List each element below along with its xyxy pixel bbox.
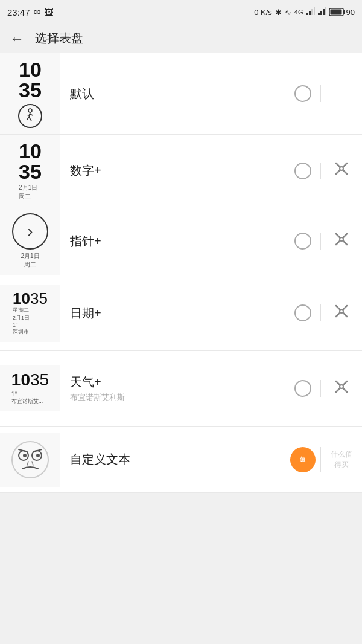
date-time-row: 10 35 <box>13 291 48 306</box>
page-title: 选择表盘 <box>35 30 83 47</box>
weather-time-row: 10 35 <box>11 372 49 388</box>
analog-watch-face: › <box>12 213 48 250</box>
svg-point-32 <box>23 454 27 457</box>
dp-hours: 10 <box>19 141 42 161</box>
weather-minutes: 35 <box>30 372 49 388</box>
status-bar: 23:47 ∞ 🖼 0 K/s ✱ ∿ 4G <box>0 0 362 24</box>
preview-default: 10 35 <box>0 53 60 134</box>
radio-weather-plus[interactable] <box>285 380 321 397</box>
back-button[interactable]: ← <box>10 31 24 46</box>
infinity-icon: ∞ <box>34 6 41 18</box>
date-date: 2月1日 <box>13 314 30 322</box>
watch-item-custom-text[interactable]: 自定义文本 值 什么值得买 <box>0 427 362 493</box>
date-temp: 1° <box>13 322 18 328</box>
svg-point-33 <box>36 454 40 457</box>
settings-area-date-plus[interactable] <box>321 303 362 324</box>
toolbar: ← 选择表盘 <box>0 24 362 53</box>
svg-point-19 <box>340 167 343 170</box>
watch-info-default: 默认 <box>60 86 285 102</box>
settings-icon-digital-plus[interactable] <box>333 160 350 181</box>
signal-icon1 <box>306 7 315 17</box>
settings-area-custom: 什么值得买 <box>321 449 362 470</box>
watch-name-custom-text: 自定义文本 <box>70 451 275 468</box>
watch-item-weather-plus[interactable]: 10 35 1° 布宜诺斯艾... 天气+ 布宜诺斯艾利斯 <box>0 351 362 427</box>
radio-digital-plus[interactable] <box>285 163 321 179</box>
svg-line-13 <box>27 117 29 120</box>
svg-rect-7 <box>325 7 326 15</box>
svg-line-37 <box>32 462 33 465</box>
watermark-text: 值 <box>300 456 305 463</box>
time-display: 23:47 <box>7 7 30 18</box>
radio-circle-weather-plus[interactable] <box>294 380 311 397</box>
watch-item-date-plus[interactable]: 10 35 星期二 2月1日 1° 深圳市 日期+ <box>0 275 362 351</box>
custom-face <box>9 439 51 481</box>
settings-area-digital-plus[interactable] <box>321 160 362 181</box>
preview-weather-plus: 10 35 1° 布宜诺斯艾... <box>0 365 60 411</box>
radio-date-plus[interactable] <box>285 304 321 321</box>
battery-display: 90 <box>329 8 355 17</box>
watch-info-date-plus: 日期+ <box>60 305 285 321</box>
watch-info-custom-text: 自定义文本 <box>60 451 285 468</box>
bluetooth-icon: ✱ <box>275 8 282 17</box>
watch-name-weather-plus: 天气+ <box>70 374 275 390</box>
svg-line-16 <box>30 114 33 115</box>
watch-item-analog-plus[interactable]: › 2月1日 周二 指针+ <box>0 207 362 275</box>
weather-city: 布宜诺斯艾... <box>11 398 49 405</box>
svg-rect-1 <box>309 11 311 15</box>
watch-face-list: 10 35 默认 <box>0 53 362 493</box>
svg-rect-0 <box>306 13 308 15</box>
weather-temp: 1° <box>11 391 49 398</box>
svg-point-11 <box>28 109 32 112</box>
svg-rect-10 <box>330 10 341 15</box>
date-minutes: 35 <box>30 291 48 306</box>
preview-custom-text <box>0 433 60 487</box>
image-icon: 🖼 <box>45 7 54 18</box>
radio-custom-text[interactable]: 值 <box>285 447 321 472</box>
radio-default[interactable] <box>285 85 321 102</box>
svg-point-28 <box>340 385 343 388</box>
digital-face-2: 10 35 2月1日 周二 <box>19 141 42 201</box>
dp-weekday: 周二 <box>19 192 31 201</box>
radio-circle-digital-plus[interactable] <box>294 163 311 179</box>
svg-line-36 <box>27 462 28 465</box>
analog-face-container: › 2月1日 周二 <box>12 213 48 269</box>
preview-analog-plus: › 2月1日 周二 <box>0 207 60 275</box>
svg-rect-9 <box>343 10 345 14</box>
watch-name-date-plus: 日期+ <box>70 305 275 321</box>
watch-item-default[interactable]: 10 35 默认 <box>0 53 362 135</box>
preview-minutes: 35 <box>19 80 42 100</box>
svg-rect-4 <box>318 13 320 15</box>
svg-rect-6 <box>323 9 325 15</box>
radio-circle-analog-plus[interactable] <box>294 233 311 250</box>
date-city: 深圳市 <box>13 328 29 336</box>
weather-hours: 10 <box>11 372 30 388</box>
settings-area-weather-plus[interactable] <box>321 378 362 399</box>
dp-date: 2月1日 <box>19 184 37 192</box>
watch-info-analog-plus: 指针+ <box>60 233 285 250</box>
weather-face: 10 35 1° 布宜诺斯艾... <box>11 372 49 405</box>
4g-label: 4G <box>294 8 303 16</box>
settings-icon-weather-plus[interactable] <box>333 378 350 399</box>
date-hours: 10 <box>13 291 30 306</box>
settings-icon-date-plus[interactable] <box>333 303 350 324</box>
preview-digital-plus: 10 35 2月1日 周二 <box>0 135 60 207</box>
custom-note: 什么值得买 <box>331 449 352 470</box>
radio-circle-default[interactable] <box>294 85 311 102</box>
date-weekday: 星期二 <box>13 306 29 314</box>
date-face: 10 35 星期二 2月1日 1° 深圳市 <box>13 291 48 336</box>
network-speed: 0 K/s <box>254 8 272 17</box>
watch-sub-weather-plus: 布宜诺斯艾利斯 <box>70 392 275 403</box>
preview-hours: 10 <box>19 59 42 80</box>
svg-point-29 <box>12 442 48 478</box>
watch-item-digital-plus[interactable]: 10 35 2月1日 周二 数字+ <box>0 135 362 207</box>
watermark-badge: 值 <box>290 447 316 472</box>
preview-date-plus: 10 35 星期二 2月1日 1° 深圳市 <box>0 285 60 342</box>
svg-point-25 <box>340 309 343 313</box>
radio-circle-date-plus[interactable] <box>294 304 311 321</box>
radio-analog-plus[interactable] <box>285 233 321 250</box>
ap-weekday: 周二 <box>24 260 36 269</box>
settings-area-analog-plus[interactable] <box>321 231 362 252</box>
signal-icon2 <box>318 7 326 17</box>
settings-icon-analog-plus[interactable] <box>333 231 350 252</box>
svg-rect-2 <box>311 9 313 15</box>
